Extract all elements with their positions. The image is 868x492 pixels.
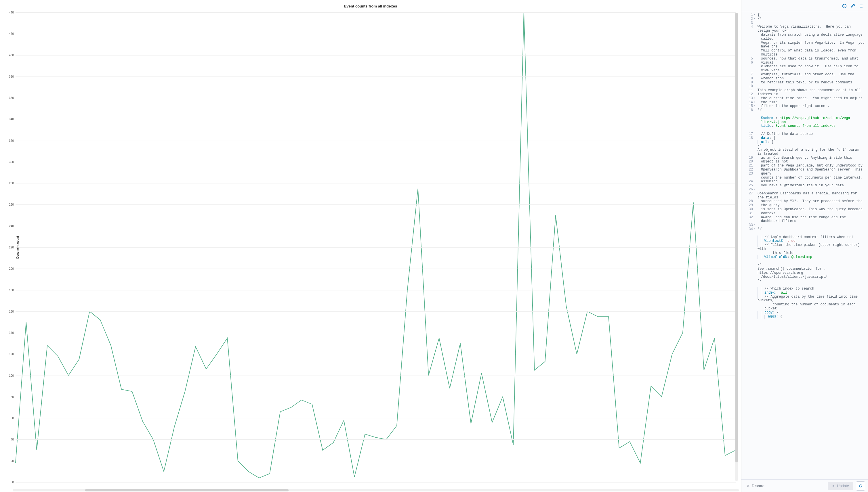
refresh-button[interactable]	[856, 482, 865, 491]
discard-button[interactable]: Discard	[744, 482, 767, 490]
chart-title: Event counts from all indexes	[3, 3, 738, 10]
y-tick: 340	[9, 118, 16, 121]
chart-scrollbar-vertical[interactable]	[736, 13, 738, 481]
y-tick: 100	[9, 374, 16, 377]
help-icon[interactable]	[842, 4, 847, 8]
y-tick: 80	[10, 395, 16, 398]
chart-panel: Event counts from all indexes Document c…	[0, 0, 741, 492]
y-tick: 440	[9, 11, 16, 14]
y-tick: 220	[9, 246, 16, 249]
chart-plot-area: Document count 0204060801001201401601802…	[16, 12, 736, 482]
y-tick: 200	[9, 267, 16, 270]
y-tick: 420	[9, 32, 16, 35]
chart-line	[16, 13, 736, 478]
y-tick: 60	[10, 417, 16, 420]
chart-scrollbar-horizontal[interactable]	[13, 489, 739, 491]
y-tick: 280	[9, 182, 16, 185]
close-icon	[747, 484, 750, 488]
code-editor[interactable]: 1234567891011121314151617181920212223242…	[741, 12, 868, 479]
refresh-icon	[859, 484, 863, 488]
editor-toolbar	[741, 0, 868, 12]
editor-code[interactable]: {/*Welcome to Vega visualizations. Here …	[755, 12, 868, 479]
y-tick: 160	[9, 310, 16, 313]
y-tick: 180	[9, 289, 16, 292]
y-tick: 400	[9, 53, 16, 57]
y-tick: 40	[10, 438, 16, 441]
y-tick: 360	[9, 96, 16, 99]
editor-gutter: 1234567891011121314151617181920212223242…	[741, 12, 755, 479]
update-label: Update	[837, 484, 849, 488]
y-tick: 260	[9, 203, 16, 206]
update-button[interactable]: Update	[828, 482, 853, 490]
discard-label: Discard	[752, 484, 765, 488]
editor-panel: 1234567891011121314151617181920212223242…	[741, 0, 868, 492]
options-icon[interactable]	[859, 4, 864, 8]
y-tick: 20	[10, 459, 16, 462]
y-tick: 120	[9, 352, 16, 356]
y-tick: 140	[9, 331, 16, 335]
y-tick: 240	[9, 224, 16, 227]
y-tick: 300	[9, 160, 16, 163]
play-icon	[832, 484, 835, 488]
y-tick: 380	[9, 75, 16, 78]
wrench-icon[interactable]	[851, 4, 855, 8]
y-tick: 320	[9, 139, 16, 142]
y-tick: 0	[12, 481, 16, 484]
editor-footer: Discard Update	[741, 479, 868, 492]
